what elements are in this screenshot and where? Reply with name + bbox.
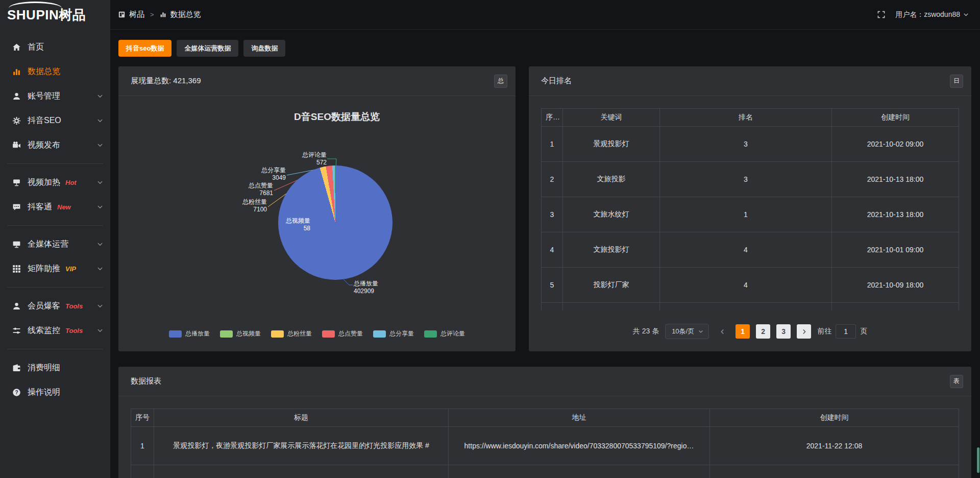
prev-page-button[interactable]: [715, 324, 729, 339]
sidebar-item-media-operation[interactable]: 全媒体运营: [0, 232, 110, 256]
goto-label: 前往: [817, 327, 831, 336]
user-menu[interactable]: 用户名：zswodun88: [895, 10, 969, 19]
logo[interactable]: SHUPIN树品: [0, 0, 110, 30]
goto-unit: 页: [860, 327, 867, 336]
breadcrumb-current[interactable]: 数据总览: [170, 10, 201, 19]
menu-divider: [7, 349, 103, 349]
grid-icon: [12, 265, 21, 273]
page-button-3[interactable]: 3: [776, 324, 791, 339]
page-button-2[interactable]: 2: [756, 324, 770, 339]
tab-inquiry-data[interactable]: 询盘数据: [243, 40, 285, 57]
pie-label-likes: 总点赞量7681: [237, 182, 273, 197]
sidebar-item-label: 数据总览: [28, 66, 60, 77]
chevron-down-icon: [97, 241, 103, 247]
panel-header: 数据报表 表: [118, 367, 971, 396]
sidebar-item-video-publish[interactable]: 视频发布: [0, 133, 110, 157]
sidebar-item-home[interactable]: 首页: [0, 35, 110, 59]
menu-divider: [7, 287, 103, 288]
sidebar-item-label: 抖音SEO: [28, 115, 61, 126]
wallet-icon: [12, 364, 21, 372]
logo-text: SHUPIN树品: [7, 6, 86, 24]
goto-page-input[interactable]: [836, 324, 856, 339]
column-header: 标题: [154, 409, 449, 427]
goto-page: 前往 页: [817, 324, 867, 339]
column-header: 排名: [660, 109, 832, 127]
chevron-down-icon: [963, 12, 969, 17]
legend-item[interactable]: 总视频量: [220, 329, 261, 338]
legend-item[interactable]: 总播放量: [169, 329, 210, 338]
video-url-link[interactable]: https://www.iesdouyin.com/share/video/70…: [449, 427, 710, 465]
sidebar-item-lead-monitor[interactable]: 线索监控 Tools: [0, 318, 110, 343]
video-camera-icon: [12, 141, 21, 150]
legend-swatch: [373, 330, 386, 338]
legend-swatch: [271, 330, 284, 338]
data-source-tabs: 抖音seo数据 全媒体运营数据 询盘数据: [118, 40, 285, 57]
ranking-table: 序号 关键词 排名 创建时间 1景观投影灯32021-10-02 09:00 2…: [541, 108, 959, 310]
pagination: 共 23 条 10条/页 1 2 3 前往 页: [529, 324, 971, 339]
home-icon: [12, 43, 21, 52]
table-toggle-button[interactable]: 表: [950, 375, 963, 388]
sidebar-item-label: 账号管理: [28, 91, 60, 102]
pie-label-shares: 总分享量3049: [250, 166, 286, 182]
pie-label-plays: 总播放量402909: [354, 280, 401, 295]
breadcrumb: 树品 > 数据总览: [118, 10, 201, 19]
board-icon: [12, 178, 21, 187]
tab-media-operation-data[interactable]: 全媒体运营数据: [177, 40, 238, 57]
legend-item[interactable]: 总分享量: [373, 329, 414, 338]
sidebar-item-member-baoke[interactable]: 会员爆客 Tools: [0, 294, 110, 318]
scrollbar-thumb[interactable]: [977, 447, 979, 473]
chevron-down-icon: [97, 303, 103, 309]
chart-legend: 总播放量 总视频量 总粉丝量 总点赞量 总分享量 总评论量: [118, 329, 516, 338]
topbar: 树品 > 数据总览 用户名：zswodun88: [110, 0, 980, 30]
sidebar-item-instructions[interactable]: ? 操作说明: [0, 380, 110, 404]
day-toggle-button[interactable]: 日: [950, 75, 963, 88]
video-title-cell: 景观投影灯，夜游景观投影灯厂家展示展示落花灯在花园里的灯光投影应用效果 #: [154, 427, 449, 465]
data-report-panel: 数据报表 表 序号 标题 地址 创建时间: [118, 367, 971, 478]
sidebar-item-douketong[interactable]: 抖客通 New: [0, 195, 110, 219]
column-header: 序号: [131, 409, 154, 427]
chat-icon: [12, 203, 21, 211]
sidebar-item-douyin-seo[interactable]: 抖音SEO: [0, 108, 110, 133]
sidebar-item-video-heat[interactable]: 视频加热 Hot: [0, 170, 110, 195]
chevron-down-icon: [97, 327, 103, 333]
legend-item[interactable]: 总评论量: [424, 329, 465, 338]
page-size-select[interactable]: 10条/页: [665, 324, 709, 339]
pie-label-fans: 总粉丝量7100: [231, 198, 267, 213]
label-connector-line: [344, 279, 353, 285]
bar-chart-icon: [12, 67, 21, 76]
column-header: 创建时间: [832, 109, 959, 127]
svg-text:?: ?: [15, 389, 18, 395]
sidebar-item-label: 会员爆客: [28, 301, 60, 312]
breadcrumb-separator: >: [150, 11, 154, 18]
legend-item[interactable]: 总粉丝量: [271, 329, 312, 338]
tab-douyin-seo-data[interactable]: 抖音seo数据: [118, 40, 172, 57]
legend-item[interactable]: 总点赞量: [322, 329, 363, 338]
sidebar-item-consumption-detail[interactable]: 消费明细: [0, 355, 110, 380]
table-row-partial: [542, 303, 959, 310]
sidebar-item-label: 线索监控: [28, 325, 60, 336]
new-badge: New: [57, 203, 71, 211]
sidebar-item-data-overview[interactable]: 数据总览: [0, 59, 110, 84]
vip-badge: VIP: [65, 265, 76, 273]
sidebar-item-label: 视频发布: [28, 140, 60, 151]
app-square-icon: [118, 11, 125, 18]
user-icon: [12, 92, 21, 101]
sidebar-item-label: 矩阵助推: [28, 264, 60, 274]
menu-divider: [7, 163, 103, 164]
sidebar-item-matrix-boost[interactable]: 矩阵助推 VIP: [0, 256, 110, 281]
gear-icon: [12, 116, 21, 125]
fullscreen-icon[interactable]: [877, 11, 885, 18]
breadcrumb-root[interactable]: 树品: [129, 10, 144, 19]
sidebar-item-label: 抖客通: [28, 202, 52, 212]
page-button-1[interactable]: 1: [736, 324, 750, 339]
seo-overview-panel: 展现量总数: 421,369 总 D音SEO数据量总览 总评论量572 总分: [118, 66, 516, 351]
panel-header: 今日排名 日: [529, 66, 971, 96]
bar-chart-icon: [160, 11, 166, 18]
sidebar-menu: 首页 数据总览 账号管理 抖音SEO 视频发布: [0, 30, 110, 404]
next-page-button[interactable]: [797, 324, 811, 339]
logo-arc-icon: [9, 2, 62, 8]
table-row: 2文旅投影32021-10-13 18:00: [542, 162, 959, 197]
pie-chart-area: D音SEO数据量总览 总评论量572 总分享量3049 总点赞量7681: [118, 66, 516, 351]
menu-divider: [7, 225, 103, 226]
sidebar-item-account[interactable]: 账号管理: [0, 84, 110, 108]
